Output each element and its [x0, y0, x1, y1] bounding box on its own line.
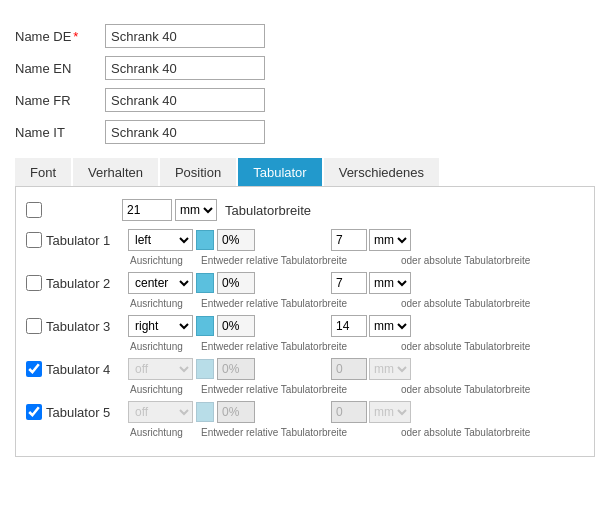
tab-verschiedenes[interactable]: Verschiedenes: [324, 158, 439, 186]
sublabel-align: Ausrichtung: [130, 298, 198, 309]
form-row-name-it: Name IT: [15, 120, 595, 144]
tabulator-4-unit-select: mmcmin: [369, 358, 411, 380]
tabulator-3-pct-input[interactable]: [217, 315, 255, 337]
sublabel-rel: Entweder relative Tabulatorbreite: [201, 255, 401, 266]
tabulator-3-checkbox[interactable]: [26, 318, 42, 334]
field-label: Name IT: [15, 125, 105, 140]
sublabel-abs: oder absolute Tabulatorbreite: [401, 384, 530, 395]
sublabel-abs: oder absolute Tabulatorbreite: [401, 341, 530, 352]
tabulatorbreite-input[interactable]: [122, 199, 172, 221]
tabulator-5-sublabels: Ausrichtung Entweder relative Tabulatorb…: [130, 427, 584, 438]
sublabel-rel: Entweder relative Tabulatorbreite: [201, 384, 401, 395]
tabulator-3-sublabels: Ausrichtung Entweder relative Tabulatorb…: [130, 341, 584, 352]
tab-verhalten[interactable]: Verhalten: [73, 158, 158, 186]
tabulator-3-label: Tabulator 3: [46, 319, 128, 334]
tabulator-5-checkbox[interactable]: [26, 404, 42, 420]
sublabel-align: Ausrichtung: [130, 384, 198, 395]
field-label: Name EN: [15, 61, 105, 76]
sublabel-align: Ausrichtung: [130, 427, 198, 438]
tabulatorbreite-row: mm cm in Tabulatorbreite: [26, 199, 584, 221]
sublabel-rel: Entweder relative Tabulatorbreite: [201, 427, 401, 438]
tabulator-4-bar: [196, 359, 214, 379]
tabulator-5-bar: [196, 402, 214, 422]
tabulator-row-2: Tabulator 2 leftcenterrightoff mmcmin: [26, 272, 584, 294]
tabulator-4-sublabels: Ausrichtung Entweder relative Tabulatorb…: [130, 384, 584, 395]
tabulator-4-checkbox[interactable]: [26, 361, 42, 377]
form-row-name-fr: Name FR: [15, 88, 595, 112]
tabulator-row-4: Tabulator 4 leftcenterrightoff mmcmin: [26, 358, 584, 380]
sublabel-abs: oder absolute Tabulatorbreite: [401, 298, 530, 309]
tabulator-row-1: Tabulator 1 leftcenterrightoff mmcmin: [26, 229, 584, 251]
tabulator-5-unit-select: mmcmin: [369, 401, 411, 423]
field-label: Name FR: [15, 93, 105, 108]
form-row-name-en: Name EN: [15, 56, 595, 80]
tabulatorbreite-checkbox[interactable]: [26, 202, 42, 218]
tabulator-entry-3: Tabulator 3 leftcenterrightoff mmcmin Au…: [26, 315, 584, 352]
tabulatorbreite-label: Tabulatorbreite: [225, 203, 311, 218]
tabulator-2-abs-input[interactable]: [331, 272, 367, 294]
tabulator-2-checkbox[interactable]: [26, 275, 42, 291]
sublabel-align: Ausrichtung: [130, 255, 198, 266]
tabulator-1-sublabels: Ausrichtung Entweder relative Tabulatorb…: [130, 255, 584, 266]
sublabel-rel: Entweder relative Tabulatorbreite: [201, 298, 401, 309]
sublabel-align: Ausrichtung: [130, 341, 198, 352]
tabulator-row-5: Tabulator 5 leftcenterrightoff mmcmin: [26, 401, 584, 423]
sublabel-abs: oder absolute Tabulatorbreite: [401, 427, 530, 438]
tabulatorbreite-unit-select[interactable]: mm cm in: [175, 199, 217, 221]
tabulator-1-label: Tabulator 1: [46, 233, 128, 248]
tabulator-entry-5: Tabulator 5 leftcenterrightoff mmcmin Au…: [26, 401, 584, 438]
tab-font[interactable]: Font: [15, 158, 71, 186]
tab-content-tabulator: mm cm in Tabulatorbreite Tabulator 1 lef…: [15, 187, 595, 457]
tabulator-2-pct-input[interactable]: [217, 272, 255, 294]
tabulator-1-align-select[interactable]: leftcenterrightoff: [128, 229, 193, 251]
tabulator-3-align-select[interactable]: leftcenterrightoff: [128, 315, 193, 337]
tabulator-5-label: Tabulator 5: [46, 405, 128, 420]
tabulator-5-align-select: leftcenterrightoff: [128, 401, 193, 423]
tabulator-4-abs-input: [331, 358, 367, 380]
tabulator-2-sublabels: Ausrichtung Entweder relative Tabulatorb…: [130, 298, 584, 309]
tabulator-2-bar: [196, 273, 214, 293]
tabulator-4-label: Tabulator 4: [46, 362, 128, 377]
tab-position[interactable]: Position: [160, 158, 236, 186]
form-row-name-de: Name DE*: [15, 24, 595, 48]
tabulator-3-bar: [196, 316, 214, 336]
sublabel-rel: Entweder relative Tabulatorbreite: [201, 341, 401, 352]
tabulator-2-unit-select[interactable]: mmcmin: [369, 272, 411, 294]
tabulator-1-abs-input[interactable]: [331, 229, 367, 251]
tabulator-2-align-select[interactable]: leftcenterrightoff: [128, 272, 193, 294]
tabulator-3-abs-input[interactable]: [331, 315, 367, 337]
field-input-name-de[interactable]: [105, 24, 265, 48]
tabulator-entry-2: Tabulator 2 leftcenterrightoff mmcmin Au…: [26, 272, 584, 309]
tabulator-4-align-select: leftcenterrightoff: [128, 358, 193, 380]
tabulator-2-label: Tabulator 2: [46, 276, 128, 291]
tabulator-1-unit-select[interactable]: mmcmin: [369, 229, 411, 251]
field-input-name-it[interactable]: [105, 120, 265, 144]
tabulator-1-pct-input[interactable]: [217, 229, 255, 251]
tabulator-entry-4: Tabulator 4 leftcenterrightoff mmcmin Au…: [26, 358, 584, 395]
tabs-bar: FontVerhaltenPositionTabulatorVerschiede…: [15, 158, 595, 187]
tabulator-entry-1: Tabulator 1 leftcenterrightoff mmcmin Au…: [26, 229, 584, 266]
field-input-name-fr[interactable]: [105, 88, 265, 112]
tabulator-1-checkbox[interactable]: [26, 232, 42, 248]
tabulator-4-pct-input: [217, 358, 255, 380]
required-indicator: *: [73, 29, 78, 44]
tabulator-row-3: Tabulator 3 leftcenterrightoff mmcmin: [26, 315, 584, 337]
field-label: Name DE*: [15, 29, 105, 44]
tabulator-5-abs-input: [331, 401, 367, 423]
tabulator-3-unit-select[interactable]: mmcmin: [369, 315, 411, 337]
field-input-name-en[interactable]: [105, 56, 265, 80]
tabulator-1-bar: [196, 230, 214, 250]
sublabel-abs: oder absolute Tabulatorbreite: [401, 255, 530, 266]
tab-tabulator[interactable]: Tabulator: [238, 158, 321, 186]
tabulator-5-pct-input: [217, 401, 255, 423]
